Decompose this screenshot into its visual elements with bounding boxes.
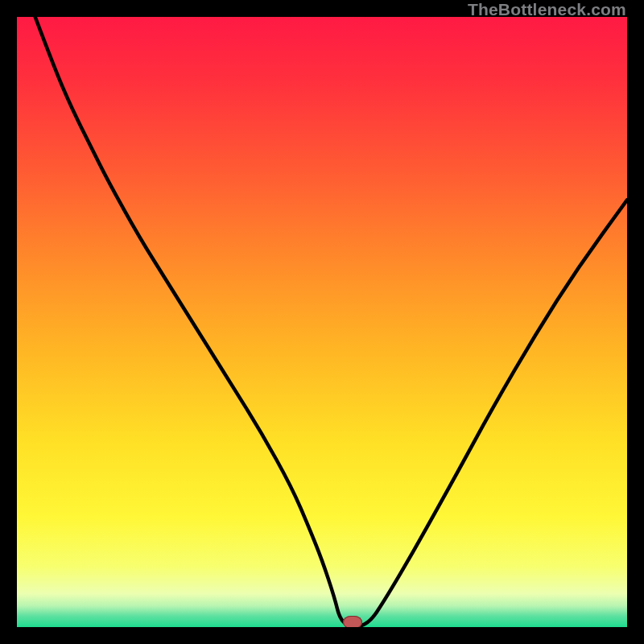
bottleneck-curve [17, 17, 627, 627]
chart-frame: TheBottleneck.com [0, 0, 644, 644]
plot-area [17, 17, 627, 627]
optimal-point-marker [343, 616, 362, 627]
